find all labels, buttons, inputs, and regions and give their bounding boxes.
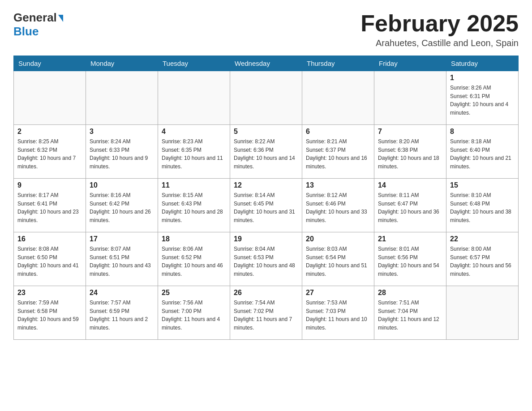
table-row: 7Sunrise: 8:20 AM Sunset: 6:38 PM Daylig…	[374, 125, 446, 179]
calendar-week-row: 23Sunrise: 7:59 AM Sunset: 6:58 PM Dayli…	[14, 286, 519, 340]
day-number: 20	[306, 235, 370, 243]
table-row: 3Sunrise: 8:24 AM Sunset: 6:33 PM Daylig…	[86, 125, 158, 179]
table-row: 1Sunrise: 8:26 AM Sunset: 6:31 PM Daylig…	[446, 71, 519, 125]
day-info: Sunrise: 8:07 AM Sunset: 6:51 PM Dayligh…	[90, 245, 154, 278]
day-info: Sunrise: 8:10 AM Sunset: 6:48 PM Dayligh…	[450, 191, 515, 224]
page-header: General Blue February 2025 Arahuetes, Ca…	[13, 11, 519, 48]
header-sunday: Sunday	[14, 56, 86, 71]
table-row: 22Sunrise: 8:00 AM Sunset: 6:57 PM Dayli…	[446, 232, 519, 286]
calendar-table: Sunday Monday Tuesday Wednesday Thursday…	[13, 56, 519, 340]
table-row: 25Sunrise: 7:56 AM Sunset: 7:00 PM Dayli…	[158, 286, 230, 340]
day-number: 19	[234, 235, 298, 243]
day-info: Sunrise: 8:22 AM Sunset: 6:36 PM Dayligh…	[234, 137, 298, 171]
header-thursday: Thursday	[302, 56, 374, 71]
header-monday: Monday	[86, 56, 158, 71]
header-tuesday: Tuesday	[158, 56, 230, 71]
table-row: 28Sunrise: 7:51 AM Sunset: 7:04 PM Dayli…	[374, 286, 446, 340]
calendar-week-row: 1Sunrise: 8:26 AM Sunset: 6:31 PM Daylig…	[14, 71, 519, 125]
day-number: 4	[162, 128, 226, 136]
table-row: 4Sunrise: 8:23 AM Sunset: 6:35 PM Daylig…	[158, 125, 230, 179]
day-number: 5	[234, 128, 298, 136]
day-number: 18	[162, 235, 226, 243]
day-number: 28	[378, 289, 442, 297]
day-number: 2	[17, 128, 82, 136]
table-row: 21Sunrise: 8:01 AM Sunset: 6:56 PM Dayli…	[374, 232, 446, 286]
day-info: Sunrise: 8:25 AM Sunset: 6:32 PM Dayligh…	[17, 137, 82, 171]
day-info: Sunrise: 8:15 AM Sunset: 6:43 PM Dayligh…	[162, 191, 226, 224]
day-info: Sunrise: 8:14 AM Sunset: 6:45 PM Dayligh…	[234, 191, 298, 224]
header-friday: Friday	[374, 56, 446, 71]
table-row: 8Sunrise: 8:18 AM Sunset: 6:40 PM Daylig…	[446, 125, 519, 179]
table-row	[14, 71, 86, 125]
day-info: Sunrise: 7:51 AM Sunset: 7:04 PM Dayligh…	[378, 299, 442, 332]
month-title: February 2025	[360, 11, 519, 36]
day-info: Sunrise: 8:08 AM Sunset: 6:50 PM Dayligh…	[17, 245, 82, 278]
table-row: 16Sunrise: 8:08 AM Sunset: 6:50 PM Dayli…	[14, 232, 86, 286]
title-section: February 2025 Arahuetes, Castille and Le…	[360, 11, 519, 48]
table-row	[86, 71, 158, 125]
day-number: 27	[306, 289, 370, 297]
table-row: 14Sunrise: 8:11 AM Sunset: 6:47 PM Dayli…	[374, 179, 446, 232]
table-row: 18Sunrise: 8:06 AM Sunset: 6:52 PM Dayli…	[158, 232, 230, 286]
table-row	[446, 286, 519, 340]
day-info: Sunrise: 7:57 AM Sunset: 6:59 PM Dayligh…	[90, 299, 154, 332]
day-number: 12	[234, 181, 298, 189]
day-number: 13	[306, 181, 370, 189]
day-number: 23	[17, 289, 82, 297]
day-number: 14	[378, 181, 442, 189]
day-info: Sunrise: 8:17 AM Sunset: 6:41 PM Dayligh…	[17, 191, 82, 224]
day-info: Sunrise: 7:54 AM Sunset: 7:02 PM Dayligh…	[234, 299, 298, 332]
table-row: 11Sunrise: 8:15 AM Sunset: 6:43 PM Dayli…	[158, 179, 230, 232]
day-info: Sunrise: 8:23 AM Sunset: 6:35 PM Dayligh…	[162, 137, 226, 171]
day-info: Sunrise: 8:11 AM Sunset: 6:47 PM Dayligh…	[378, 191, 442, 224]
day-info: Sunrise: 8:04 AM Sunset: 6:53 PM Dayligh…	[234, 245, 298, 278]
table-row: 6Sunrise: 8:21 AM Sunset: 6:37 PM Daylig…	[302, 125, 374, 179]
table-row: 12Sunrise: 8:14 AM Sunset: 6:45 PM Dayli…	[230, 179, 302, 232]
day-number: 21	[378, 235, 442, 243]
day-number: 7	[378, 128, 442, 136]
table-row: 17Sunrise: 8:07 AM Sunset: 6:51 PM Dayli…	[86, 232, 158, 286]
day-info: Sunrise: 8:24 AM Sunset: 6:33 PM Dayligh…	[90, 137, 154, 171]
table-row: 15Sunrise: 8:10 AM Sunset: 6:48 PM Dayli…	[446, 179, 519, 232]
table-row: 10Sunrise: 8:16 AM Sunset: 6:42 PM Dayli…	[86, 179, 158, 232]
day-number: 16	[17, 235, 82, 243]
day-info: Sunrise: 8:16 AM Sunset: 6:42 PM Dayligh…	[90, 191, 154, 224]
table-row: 20Sunrise: 8:03 AM Sunset: 6:54 PM Dayli…	[302, 232, 374, 286]
day-info: Sunrise: 7:59 AM Sunset: 6:58 PM Dayligh…	[17, 299, 82, 332]
day-number: 8	[450, 128, 515, 136]
header-wednesday: Wednesday	[230, 56, 302, 71]
table-row: 2Sunrise: 8:25 AM Sunset: 6:32 PM Daylig…	[14, 125, 86, 179]
day-number: 17	[90, 235, 154, 243]
calendar-week-row: 2Sunrise: 8:25 AM Sunset: 6:32 PM Daylig…	[14, 125, 519, 179]
table-row: 5Sunrise: 8:22 AM Sunset: 6:36 PM Daylig…	[230, 125, 302, 179]
logo: General Blue	[13, 11, 63, 39]
day-number: 10	[90, 181, 154, 189]
table-row: 24Sunrise: 7:57 AM Sunset: 6:59 PM Dayli…	[86, 286, 158, 340]
day-info: Sunrise: 8:26 AM Sunset: 6:31 PM Dayligh…	[450, 84, 515, 117]
day-number: 11	[162, 181, 226, 189]
table-row	[374, 71, 446, 125]
table-row	[302, 71, 374, 125]
day-info: Sunrise: 8:21 AM Sunset: 6:37 PM Dayligh…	[306, 137, 370, 171]
day-number: 25	[162, 289, 226, 297]
day-info: Sunrise: 8:18 AM Sunset: 6:40 PM Dayligh…	[450, 137, 515, 171]
header-saturday: Saturday	[446, 56, 519, 71]
calendar-week-row: 9Sunrise: 8:17 AM Sunset: 6:41 PM Daylig…	[14, 179, 519, 232]
day-number: 26	[234, 289, 298, 297]
day-info: Sunrise: 8:00 AM Sunset: 6:57 PM Dayligh…	[450, 245, 515, 278]
table-row: 27Sunrise: 7:53 AM Sunset: 7:03 PM Dayli…	[302, 286, 374, 340]
day-info: Sunrise: 8:01 AM Sunset: 6:56 PM Dayligh…	[378, 245, 442, 278]
day-number: 15	[450, 181, 515, 189]
day-number: 24	[90, 289, 154, 297]
day-info: Sunrise: 8:12 AM Sunset: 6:46 PM Dayligh…	[306, 191, 370, 224]
calendar-week-row: 16Sunrise: 8:08 AM Sunset: 6:50 PM Dayli…	[14, 232, 519, 286]
day-number: 9	[17, 181, 82, 189]
table-row: 26Sunrise: 7:54 AM Sunset: 7:02 PM Dayli…	[230, 286, 302, 340]
table-row: 19Sunrise: 8:04 AM Sunset: 6:53 PM Dayli…	[230, 232, 302, 286]
location-subtitle: Arahuetes, Castille and Leon, Spain	[360, 38, 519, 48]
table-row: 13Sunrise: 8:12 AM Sunset: 6:46 PM Dayli…	[302, 179, 374, 232]
day-number: 1	[450, 74, 515, 82]
day-number: 22	[450, 235, 515, 243]
table-row	[230, 71, 302, 125]
logo-general-text: General	[13, 11, 57, 25]
